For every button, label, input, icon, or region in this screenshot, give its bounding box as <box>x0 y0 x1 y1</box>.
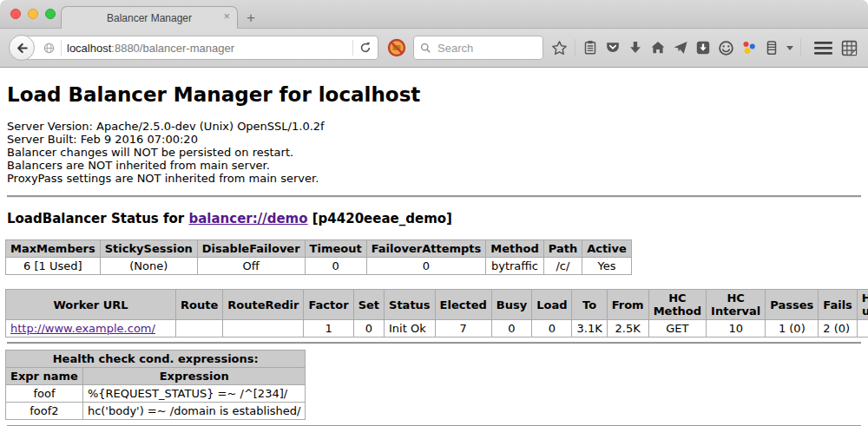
status-heading-prefix: LoadBalancer Status for <box>7 211 188 226</box>
minimize-window-button[interactable] <box>28 9 38 19</box>
balancer-settings-table: MaxMembers StickySession DisableFailover… <box>5 239 632 275</box>
column-header: Busy <box>491 290 531 320</box>
column-header: DisableFailover <box>197 240 305 258</box>
reload-button[interactable] <box>358 41 372 55</box>
search-bar[interactable] <box>413 36 543 60</box>
send-tab-button[interactable] <box>673 40 688 56</box>
pocket-button[interactable] <box>605 40 621 56</box>
factor-cell: 1 <box>304 320 353 338</box>
url-input[interactable]: localhost:8880/balancer-manager <box>67 42 347 55</box>
bookmark-star-button[interactable] <box>551 40 568 56</box>
column-header: Fails <box>819 290 858 320</box>
disablefailover-cell: Off <box>197 258 305 275</box>
close-tab-icon[interactable]: × <box>223 10 230 22</box>
search-input[interactable] <box>436 41 523 56</box>
inherit-notice-line: Balancers are NOT inherited from main se… <box>7 159 861 172</box>
table-title-row: Health check cond. expressions: <box>6 351 306 368</box>
maxmembers-cell: 6 [1 Used] <box>6 258 101 275</box>
paper-plane-icon <box>673 40 688 56</box>
hc-uri-cell <box>857 320 868 338</box>
back-arrow-icon <box>15 41 30 56</box>
worker-status-table: Worker URL Route RouteRedir Factor Set S… <box>5 289 868 338</box>
download-button[interactable] <box>628 40 643 56</box>
stickysession-cell: (None) <box>100 258 197 275</box>
column-header: Status <box>385 290 436 320</box>
worker-url-cell: http://www.example.com/ <box>6 320 176 338</box>
reading-list-button[interactable] <box>582 40 598 56</box>
elected-cell: 7 <box>435 320 491 338</box>
page-content: Load Balancer Manager for localhost Serv… <box>0 83 868 426</box>
balancer-demo-link[interactable]: balancer://demo <box>188 211 307 226</box>
save-page-button[interactable] <box>695 40 711 56</box>
routeredir-cell <box>223 320 304 338</box>
failoverattempts-cell: 0 <box>366 258 486 275</box>
screenshot-extension-button[interactable] <box>841 40 858 56</box>
table-header-row: Expr name Expression <box>6 368 306 385</box>
fails-cell: 2 (0) <box>819 320 858 338</box>
column-header: To <box>572 290 607 320</box>
chevron-down-icon[interactable] <box>786 46 793 50</box>
column-header: MaxMembers <box>6 240 101 258</box>
new-tab-button[interactable]: + <box>247 10 255 25</box>
menu-button[interactable] <box>814 41 832 56</box>
toolbar-buttons <box>551 39 859 56</box>
column-header: Expr name <box>6 368 83 385</box>
set-cell: 0 <box>353 320 384 338</box>
tab-balancer-manager[interactable]: Balancer Manager × <box>61 6 238 29</box>
section-divider <box>7 195 861 197</box>
toolbar-divider-2 <box>800 39 801 56</box>
active-cell: Yes <box>582 258 632 275</box>
column-header: From <box>607 290 648 320</box>
blocked-content-icon <box>387 38 406 57</box>
route-cell <box>176 320 223 338</box>
home-button[interactable] <box>650 40 666 56</box>
feedback-smiley-button[interactable] <box>718 40 734 56</box>
colored-dots-extension-button[interactable] <box>741 40 757 56</box>
health-table-title: Health check cond. expressions: <box>6 351 306 368</box>
column-header: HC Method <box>648 290 706 320</box>
column-header: RouteRedir <box>223 290 304 320</box>
column-header: Load <box>532 290 572 320</box>
url-domain: localhost <box>67 42 111 55</box>
close-window-button[interactable] <box>10 9 21 19</box>
reload-icon <box>358 41 372 55</box>
status-heading-suffix: [p4420eeae_demo] <box>308 211 452 226</box>
urlbar-divider-right <box>352 40 353 56</box>
url-bar[interactable]: localhost:8880/balancer-manager <box>21 36 378 60</box>
url-path: :8880/balancer-manager <box>111 42 234 55</box>
tab-title: Balancer Manager <box>107 12 192 24</box>
navigation-toolbar: localhost:8880/balancer-manager <box>0 29 868 68</box>
hc-method-cell: GET <box>648 320 706 338</box>
column-header: FailoverAttempts <box>366 240 486 258</box>
column-header: Expression <box>82 368 306 385</box>
hc-interval-cell: 10 <box>707 320 766 338</box>
back-button[interactable] <box>9 35 35 61</box>
status-cell: Init Ok <box>385 320 436 338</box>
to-cell: 3.1K <box>572 320 607 338</box>
passes-cell: 1 (0) <box>766 320 819 338</box>
blocked-content-button[interactable] <box>387 38 406 57</box>
column-header: Worker URL <box>6 290 176 320</box>
server-built-line: Server Built: Feb 9 2016 07:00:20 <box>7 133 861 146</box>
toolbar-divider <box>575 39 575 56</box>
column-header: Route <box>176 290 223 320</box>
zoom-window-button[interactable] <box>45 9 56 19</box>
table-row: foof2 hc('body') =~ /domain is establish… <box>6 403 306 420</box>
column-header: Elected <box>435 290 491 320</box>
expr-name-cell: foof <box>6 385 83 403</box>
path-cell: /c/ <box>543 258 582 275</box>
table-header-row: MaxMembers StickySession DisableFailover… <box>6 240 632 258</box>
worker-url-link[interactable]: http://www.example.com/ <box>10 322 155 335</box>
window-controls <box>10 9 56 19</box>
column-header: Timeout <box>305 240 366 258</box>
toolbar-right-group <box>814 40 859 56</box>
expression-cell: %{REQUEST_STATUS} =~ /^[234]/ <box>82 385 306 403</box>
section-divider <box>7 342 861 344</box>
health-check-table: Health check cond. expressions: Expr nam… <box>5 350 306 420</box>
search-icon <box>419 42 432 55</box>
balancer-status-heading: LoadBalancer Status for balancer://demo … <box>7 211 861 226</box>
column-header: Set <box>353 290 384 320</box>
from-cell: 2.5K <box>607 320 648 338</box>
container-extension-button[interactable] <box>764 40 779 56</box>
colored-dots-icon <box>741 40 757 56</box>
